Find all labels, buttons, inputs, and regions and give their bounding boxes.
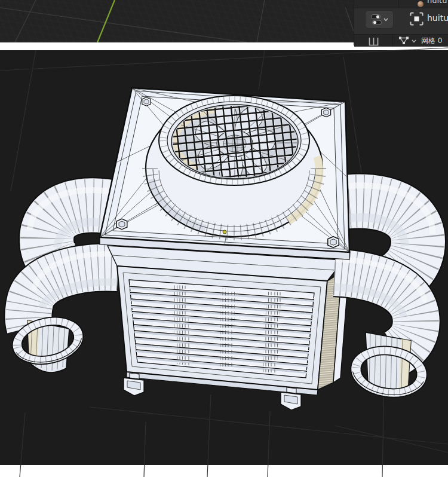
object-frame-icon[interactable] <box>410 12 424 26</box>
outliner-item-label: huitu <box>427 0 447 5</box>
column-divider <box>398 0 399 8</box>
toggles-icon <box>371 14 382 25</box>
chevron-down-icon <box>412 39 416 43</box>
mesh-name-field[interactable]: 网格 0 <box>421 36 442 46</box>
viewport-3d[interactable] <box>0 0 448 477</box>
properties-panel: huitu huitug <box>354 0 448 45</box>
chevron-down-icon <box>383 18 388 22</box>
datablock-header-row: huitug <box>354 8 448 34</box>
outliner-row[interactable]: huitu <box>354 0 448 8</box>
hex-bolt <box>116 219 127 230</box>
louver-box-body <box>108 246 349 410</box>
hex-bolt <box>328 237 339 247</box>
stack-icon[interactable] <box>369 38 379 46</box>
object-name-field[interactable]: huitug <box>427 13 448 23</box>
hex-bolt <box>321 108 330 117</box>
separator-band-bottom <box>0 465 448 477</box>
material-sphere-icon <box>418 1 424 7</box>
blender-window: huitu huitug <box>0 0 448 477</box>
display-mode-button[interactable] <box>365 10 394 29</box>
column-divider <box>392 35 393 47</box>
hex-bolt <box>142 97 151 106</box>
mesh-data-row: 网格 0 <box>354 34 448 47</box>
fan-drum <box>146 94 323 237</box>
object-origin-dot <box>223 230 226 234</box>
vertex-triangle-icon[interactable] <box>398 36 409 45</box>
fan-grille-lid <box>100 88 349 259</box>
